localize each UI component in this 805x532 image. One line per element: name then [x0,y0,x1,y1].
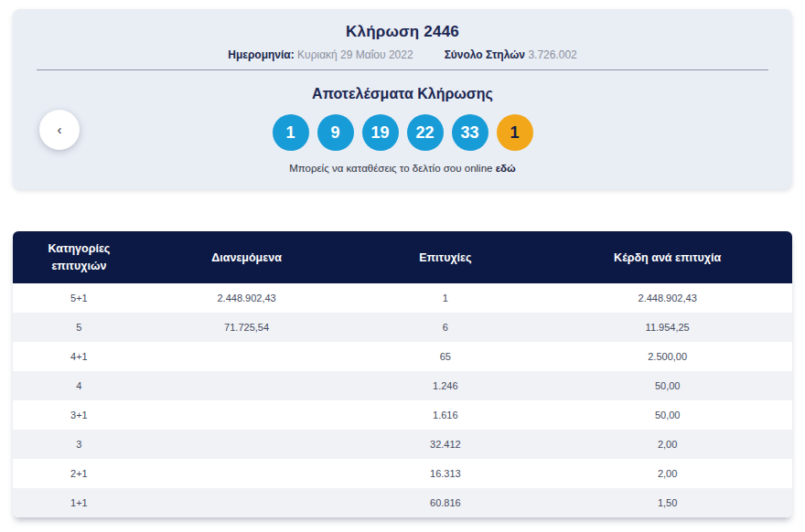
cell-category: 3+1 [13,410,145,420]
results-title: Αποτελέσματα Κλήρωσης [13,86,792,102]
number-ball: 19 [362,114,399,151]
draw-meta: Ημερομηνία: Κυριακή 29 Μαΐου 2022 Σύνολο… [13,48,792,61]
cell-distributed: 2.448.902,43 [145,293,349,303]
winnings-table-header: Κατηγορίες επιτυχιών Διανεμόμενα Επιτυχί… [13,231,792,283]
cell-winners: 6 [348,322,542,333]
cell-prize: 2.500,00 [542,351,792,362]
cell-winners: 65 [348,351,542,362]
cell-winners: 1 [348,293,542,303]
cell-category: 2+1 [13,468,145,479]
total-columns-value: 3.726.002 [528,48,576,61]
chevron-left-icon: ‹ [58,122,62,137]
cell-category: 3 [13,439,145,450]
header-winners: Επιτυχίες [348,251,542,264]
cell-category: 1+1 [13,497,145,508]
draw-title: Κλήρωση 2446 [13,9,792,41]
table-row: 2+116.3132,00 [13,459,792,488]
draw-hero-card: Κλήρωση 2446 Ημερομηνία: Κυριακή 29 Μαΐο… [13,9,792,189]
number-ball: 1 [273,114,309,151]
header-categories: Κατηγορίες επιτυχιών [13,240,145,273]
cell-winners: 1.246 [348,380,542,391]
table-row: 5+12.448.902,4312.448.902,43 [13,283,792,313]
cell-category: 4 [13,380,145,391]
table-row: 332.4122,00 [13,430,792,459]
cell-winners: 32.412 [348,439,542,450]
table-row: 571.725,54611.954,25 [13,313,792,342]
previous-draw-button[interactable]: ‹ [39,110,80,150]
cell-prize: 2,00 [542,439,792,450]
header-prize-per-win: Κέρδη ανά επιτυχία [542,251,792,264]
number-ball: 9 [317,114,354,151]
draw-date-label: Ημερομηνία: [228,48,295,61]
cell-distributed: 71.725,54 [145,322,349,333]
table-row: 41.24650,00 [13,371,792,400]
hero-divider [37,69,768,70]
cell-prize: 2,00 [542,468,792,479]
total-columns-label: Σύνολο Στηλών [445,48,525,61]
cell-winners: 1.616 [348,410,542,420]
table-row: 1+160.8161,50 [13,488,792,517]
header-distributed: Διανεμόμενα [145,251,349,264]
cell-prize: 50,00 [542,380,792,391]
cell-prize: 1,50 [542,497,792,508]
table-row: 3+11.61650,00 [13,400,792,430]
draw-date-value: Κυριακή 29 Μαΐου 2022 [297,48,413,61]
online-submit-link[interactable]: εδώ [496,163,516,174]
joker-number-ball: 1 [497,114,533,151]
online-submit-line: Μπορείς να καταθέσεις το δελτίο σου onli… [13,163,792,174]
cell-prize: 11.954,25 [542,322,792,333]
total-columns: Σύνολο Στηλών 3.726.002 [445,48,577,61]
winnings-table-body: 5+12.448.902,4312.448.902,43571.725,5461… [13,283,792,517]
table-row: 4+1652.500,00 [13,342,792,371]
cell-category: 5+1 [13,293,145,303]
cell-category: 4+1 [13,351,145,362]
cell-winners: 60.816 [348,497,542,508]
online-submit-text: Μπορείς να καταθέσεις το δελτίο σου onli… [289,163,492,174]
number-ball: 33 [452,114,488,151]
cell-prize: 2.448.902,43 [542,293,792,303]
winnings-table: Κατηγορίες επιτυχιών Διανεμόμενα Επιτυχί… [13,231,792,517]
cell-category: 5 [13,322,145,333]
number-ball: 22 [407,114,444,151]
cell-winners: 16.313 [348,468,542,479]
drawn-numbers: 191922331 [13,114,792,151]
draw-date: Ημερομηνία: Κυριακή 29 Μαΐου 2022 [228,48,413,61]
cell-prize: 50,00 [542,410,792,420]
